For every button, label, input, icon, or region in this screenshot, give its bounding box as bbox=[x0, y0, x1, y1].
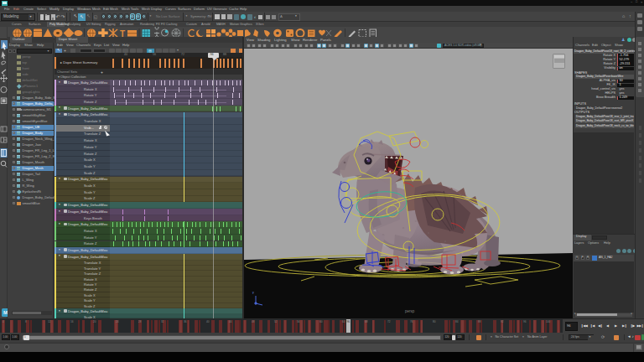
svg-text:y: y bbox=[252, 291, 254, 294]
svg-text:persp: persp bbox=[405, 309, 415, 313]
